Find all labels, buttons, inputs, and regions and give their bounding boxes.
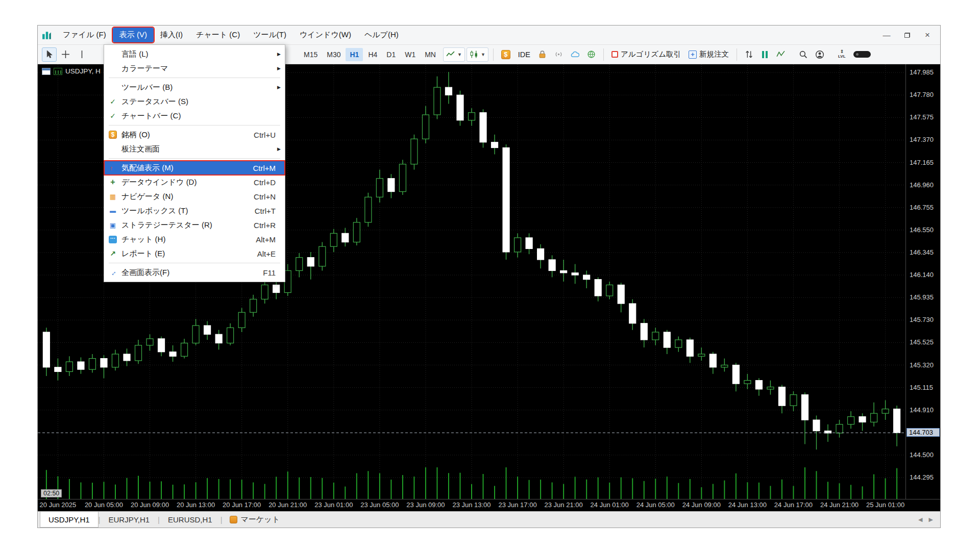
new-order-button-label: 新規注文 (699, 49, 729, 59)
menu-item-chat[interactable]: ···チャット (H)Alt+M (104, 232, 285, 246)
menu-item-data-window[interactable]: +データウインドウ (D)Ctrl+D (104, 175, 285, 189)
search-icon[interactable] (796, 47, 811, 62)
price-label: 145.320 (910, 361, 934, 369)
menu-item-status-bar[interactable]: ✓ステータスバー (S) (104, 94, 285, 109)
symbols-icon[interactable]: $ (498, 47, 513, 62)
timeframe-d1[interactable]: D1 (382, 48, 400, 61)
menubar-item-help[interactable]: ヘルプ(H) (358, 28, 405, 42)
tab-usdjpy-h1[interactable]: USDJPY,H1 (40, 512, 99, 528)
zigzag-icon[interactable] (773, 47, 788, 62)
menu-item-report[interactable]: ↗レポート (E)Alt+E (104, 246, 285, 261)
price-label: 147.370 (910, 136, 934, 143)
market-label: マーケット (241, 515, 280, 524)
level-slider[interactable] (850, 47, 874, 62)
close-button[interactable]: × (919, 29, 936, 42)
ohlc-table-icon[interactable] (42, 68, 51, 75)
menubar-item-file[interactable]: ファイル (F) (56, 28, 113, 42)
menu-item-symbols[interactable]: $銘柄 (O)Ctrl+U (104, 128, 285, 142)
timeframe-m15[interactable]: M15 (300, 48, 322, 61)
submenu-arrow-icon: ▶ (277, 66, 281, 71)
menu-item-toolbars[interactable]: ツールバー (B)▶ (104, 80, 285, 94)
chart-tabs: USDJPY,H1|EURJPY,H1|EURUSD,H1 (40, 512, 220, 528)
menu-item-chart-bar[interactable]: ✓チャートバー (C) (104, 109, 285, 123)
volumes-icon[interactable] (758, 47, 772, 62)
cloud-icon[interactable] (568, 47, 582, 62)
candle-chart-type-icon[interactable]: ▼ (467, 47, 488, 62)
restore-button[interactable] (898, 29, 916, 42)
time-label: 20 Jun 13:00 (177, 501, 215, 509)
tab-eurjpy-h1[interactable]: EURJPY,H1 (101, 512, 158, 528)
price-label: 147.165 (910, 159, 934, 166)
ide-button[interactable]: IDE (515, 47, 533, 62)
new-order-button[interactable]: +新規注文 (685, 47, 732, 62)
dropdown-arrow-icon: ▼ (481, 52, 485, 57)
menu-item-fullscreen[interactable]: ↔全画面表示(F)F11 (104, 265, 285, 280)
menu-item-color-theme[interactable]: カラーテーマ▶ (104, 61, 285, 76)
price-label: 147.575 (910, 113, 934, 121)
symbols-icon: $ (104, 131, 121, 139)
app-logo-icon (42, 31, 52, 40)
view-menu: 言語 (L)▶カラーテーマ▶ツールバー (B)▶✓ステータスバー (S)✓チャー… (104, 44, 285, 282)
toolbar-left-tools (42, 47, 89, 62)
menu-item-depth-of-market[interactable]: 板注文画面▶ (104, 142, 285, 156)
timeframe-w1[interactable]: W1 (401, 48, 420, 61)
data-window-icon: + (104, 178, 121, 187)
chart-symbol-label: USDJPY, H (42, 67, 101, 75)
tab-nav-right-icon[interactable]: ▶ (929, 516, 933, 523)
app-window: ファイル (F)表示 (V)挿入(I)チャート (C)ツール(T)ウインドウ(W… (37, 25, 941, 528)
menu-item-toolbox[interactable]: ▬ツールボックス (T)Ctrl+T (104, 204, 285, 218)
time-label: 23 Jun 17:00 (498, 501, 536, 509)
crosshair-icon[interactable] (58, 47, 73, 62)
time-label: 23 Jun 13:00 (452, 501, 491, 509)
price-label: 146.345 (910, 248, 934, 256)
price-label: 145.730 (910, 316, 934, 323)
time-axis[interactable]: 20 Jun 202520 Jun 05:0020 Jun 09:0020 Ju… (38, 499, 940, 511)
price-label: 144.500 (910, 451, 934, 459)
menu-item-strategy-tester[interactable]: ▣ストラテジーテスター (R)Ctrl+R (104, 218, 285, 232)
menubar-item-view[interactable]: 表示 (V) (113, 28, 154, 42)
price-label: 146.550 (910, 226, 934, 234)
community-icon[interactable] (584, 47, 599, 62)
timeframe-mn[interactable]: MN (421, 48, 440, 61)
time-label: 20 Jun 09:00 (131, 501, 169, 509)
menubar-items: ファイル (F)表示 (V)挿入(I)チャート (C)ツール(T)ウインドウ(W… (56, 28, 405, 42)
menubar-item-tools[interactable]: ツール(T) (247, 28, 293, 42)
window-controls: —× (878, 29, 936, 42)
time-label: 24 Jun 01:00 (591, 501, 629, 509)
submenu-arrow-icon: ▶ (277, 52, 281, 57)
chart-mini-icon[interactable] (54, 68, 62, 75)
price-label: 147.985 (910, 68, 934, 76)
tab-eurusd-h1[interactable]: EURUSD,H1 (160, 512, 220, 528)
menu-item-navigator[interactable]: ▦ナビゲータ (N)Ctrl+N (104, 189, 285, 204)
tab-nav-left-icon[interactable]: ◀ (918, 516, 922, 523)
price-axis[interactable]: 147.985147.780147.575147.370147.165146.9… (905, 64, 940, 499)
timeframe-h4[interactable]: H4 (364, 48, 381, 61)
menu-item-market-watch[interactable]: ↑↓気配値表示 (M)Ctrl+M (104, 161, 285, 175)
market-tab[interactable]: マーケット (223, 512, 287, 528)
dropdown-arrow-icon: ▼ (457, 52, 462, 57)
menu-item-language[interactable]: 言語 (L)▶ (104, 47, 285, 61)
algo-trading-button[interactable]: アルゴリズム取引 (608, 47, 684, 62)
time-label: 24 Jun 17:00 (774, 501, 813, 509)
trade-levels-icon[interactable] (742, 47, 756, 62)
menubar-item-insert[interactable]: 挿入(I) (154, 28, 189, 42)
time-label: 25 Jun 01:00 (866, 501, 904, 509)
fullscreen-icon: ↔ (104, 268, 121, 277)
current-price-tag: 144.703 (906, 428, 940, 437)
menubar-item-window[interactable]: ウインドウ(W) (293, 28, 358, 42)
menubar-item-chart[interactable]: チャート (C) (189, 28, 247, 42)
line-chart-type-icon[interactable]: ▼ (443, 47, 465, 62)
toolbox-icon: ▬ (104, 207, 121, 214)
account-icon[interactable] (812, 47, 827, 62)
market-icon (230, 516, 237, 523)
algo-lock-icon[interactable] (535, 47, 550, 62)
timeframe-h1[interactable]: H1 (346, 48, 363, 61)
level-meter-icon[interactable]: ⇕LVL (835, 47, 849, 62)
time-label: 24 Jun 13:00 (728, 501, 767, 509)
signals-icon[interactable] (551, 47, 566, 62)
cursor-icon[interactable] (42, 47, 57, 62)
price-label: 145.115 (910, 384, 933, 391)
vertical-line-icon[interactable] (75, 47, 89, 62)
minimize-button[interactable]: — (878, 29, 895, 42)
timeframe-m30[interactable]: M30 (323, 48, 345, 61)
